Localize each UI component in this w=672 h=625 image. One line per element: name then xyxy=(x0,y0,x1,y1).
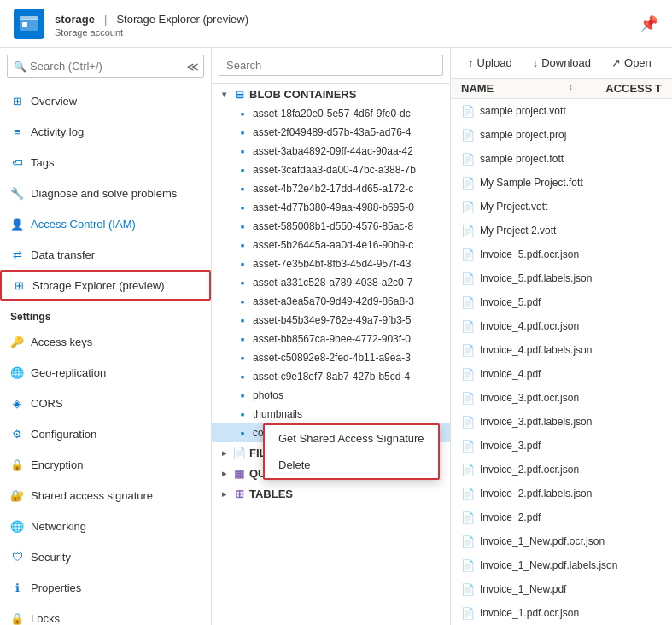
file-item-21[interactable]: 📄 Invoice_1.pdf.ocr.json xyxy=(451,601,672,625)
file-item-2[interactable]: 📄 sample project.fott xyxy=(451,147,672,171)
tree-item-blob-13[interactable]: ▪ asset-c50892e8-2fed-4b11-a9ea-3 xyxy=(212,348,450,367)
sidebar-item-security[interactable]: 🛡 Security xyxy=(0,541,211,572)
file-icon-7: 📄 xyxy=(461,272,475,285)
file-item-13[interactable]: 📄 Invoice_3.pdf.labels.json xyxy=(451,410,672,434)
key-icon: 🔑 xyxy=(10,335,24,348)
file-icon-2: 📄 xyxy=(461,152,475,166)
file-icon-20: 📄 xyxy=(461,582,475,596)
file-item-5[interactable]: 📄 My Project 2.vott xyxy=(451,219,672,242)
sidebar-item-diagnose[interactable]: 🔧 Diagnose and solve problems xyxy=(0,178,211,208)
search-icon: 🔍 xyxy=(14,61,26,73)
tree-search-wrapper xyxy=(212,48,450,84)
file-item-17[interactable]: 📄 Invoice_2.pdf xyxy=(451,505,672,529)
svg-rect-2 xyxy=(22,22,27,27)
tree-item-blob-5[interactable]: ▪ asset-4d77b380-49aa-4988-b695-0 xyxy=(212,198,450,217)
file-icon-16: 📄 xyxy=(461,487,475,500)
tree-section-tables[interactable]: ▸ ⊞ TABLES xyxy=(212,483,450,504)
file-item-6[interactable]: 📄 Invoice_5.pdf.ocr.json xyxy=(451,242,672,266)
container-item-wrapper: ▪ container Get Shared Access Signature … xyxy=(212,423,450,442)
tree-item-blob-1[interactable]: ▪ asset-2f049489-d57b-43a5-ad76-4 xyxy=(212,123,450,142)
sidebar-search-wrapper: 🔍 ≪ xyxy=(0,48,211,85)
collapse-icon[interactable]: ≪ xyxy=(186,60,199,73)
sidebar-item-encryption[interactable]: 🔒 Encryption xyxy=(0,449,211,480)
header: storage | Storage Explorer (preview) Sto… xyxy=(0,0,672,48)
container-icon-9: ▪ xyxy=(236,276,249,289)
content-area: ▾ ⊟ BLOB CONTAINERS ▪ asset-18fa20e0-5e5… xyxy=(212,48,672,625)
file-item-11[interactable]: 📄 Invoice_4.pdf xyxy=(451,362,672,386)
file-icon-13: 📄 xyxy=(461,415,475,429)
tree-item-blob-10[interactable]: ▪ asset-a3ea5a70-9d49-42d9-86a8-3 xyxy=(212,292,450,311)
sidebar-item-shared-access[interactable]: 🔐 Shared access signature xyxy=(0,480,211,511)
sidebar-item-properties[interactable]: ℹ Properties xyxy=(0,572,211,603)
file-item-0[interactable]: 📄 sample project.vott xyxy=(451,99,672,123)
tree-item-blob-6[interactable]: ▪ asset-585008b1-d550-4576-85ac-8 xyxy=(212,217,450,236)
sidebar-item-networking[interactable]: 🌐 Networking xyxy=(0,511,211,541)
sidebar-item-geo-replication[interactable]: 🌐 Geo-replication xyxy=(0,357,211,388)
column-name-header: NAME xyxy=(461,82,569,95)
wrench-icon: 🔧 xyxy=(10,186,24,200)
tree-item-blob-4[interactable]: ▪ asset-4b72e4b2-17dd-4d65-a172-c xyxy=(212,179,450,198)
file-icon-17: 📄 xyxy=(461,511,475,524)
pin-icon[interactable]: 📌 xyxy=(640,15,658,33)
container-icon-8: ▪ xyxy=(236,257,249,271)
tree-item-blob-7[interactable]: ▪ asset-5b26445a-aa0d-4e16-90b9-c xyxy=(212,236,450,254)
sidebar-item-cors[interactable]: ◈ CORS xyxy=(0,388,211,418)
sidebar-item-overview[interactable]: ⊞ Overview xyxy=(0,85,211,116)
sidebar-item-access-keys[interactable]: 🔑 Access keys xyxy=(0,326,211,357)
file-item-14[interactable]: 📄 Invoice_3.pdf xyxy=(451,434,672,458)
file-item-3[interactable]: 📄 My Sample Project.fott xyxy=(451,171,672,195)
tree-item-blob-11[interactable]: ▪ asset-b45b34e9-762e-49a7-9fb3-5 xyxy=(212,311,450,330)
tree-item-blob-12[interactable]: ▪ asset-bb8567ca-9bee-4772-903f-0 xyxy=(212,330,450,348)
sidebar-item-tags[interactable]: 🏷 Tags xyxy=(0,147,211,178)
file-item-4[interactable]: 📄 My Project.vott xyxy=(451,195,672,219)
tables-expand-icon: ▸ xyxy=(219,489,229,499)
tree-item-blob-8[interactable]: ▪ asset-7e35b4bf-8fb3-45d4-957f-43 xyxy=(212,254,450,273)
tree-item-photos[interactable]: ▪ photos xyxy=(212,386,450,405)
context-menu-delete[interactable]: Delete xyxy=(265,452,438,478)
tree-search-input[interactable] xyxy=(219,55,443,76)
download-button[interactable]: ↓ Download xyxy=(526,53,598,73)
open-button[interactable]: ↗ Open xyxy=(605,53,658,73)
tree-item-blob-0[interactable]: ▪ asset-18fa20e0-5e57-4d6f-9fe0-dc xyxy=(212,104,450,123)
sidebar-item-configuration[interactable]: ⚙ Configuration xyxy=(0,418,211,449)
tree-item-blob-9[interactable]: ▪ asset-a331c528-a789-4038-a2c0-7 xyxy=(212,273,450,292)
tree-item-thumbnails[interactable]: ▪ thumbnails xyxy=(212,405,450,423)
app-icon xyxy=(14,9,44,39)
file-item-7[interactable]: 📄 Invoice_5.pdf.labels.json xyxy=(451,266,672,290)
file-item-15[interactable]: 📄 Invoice_2.pdf.ocr.json xyxy=(451,458,672,482)
file-icon-3: 📄 xyxy=(461,176,475,190)
container-icon-10: ▪ xyxy=(236,295,249,308)
sidebar-item-activity-log[interactable]: ≡ Activity log xyxy=(0,116,211,147)
sidebar-item-locks[interactable]: 🔒 Locks xyxy=(0,603,211,625)
container-icon-2: ▪ xyxy=(236,144,249,158)
tree-body: ▾ ⊟ BLOB CONTAINERS ▪ asset-18fa20e0-5e5… xyxy=(212,84,450,625)
file-item-19[interactable]: 📄 Invoice_1_New.pdf.labels.json xyxy=(451,553,672,577)
file-item-20[interactable]: 📄 Invoice_1_New.pdf xyxy=(451,577,672,601)
sidebar-nav: ⊞ Overview ≡ Activity log 🏷 Tags 🔧 Diagn… xyxy=(0,85,211,625)
file-item-10[interactable]: 📄 Invoice_4.pdf.labels.json xyxy=(451,338,672,362)
file-icon-5: 📄 xyxy=(461,224,475,237)
sidebar-search-input[interactable] xyxy=(7,55,204,78)
tree-item-blob-14[interactable]: ▪ asset-c9e18ef7-8ab7-427b-b5cd-4 xyxy=(212,367,450,386)
sidebar-item-iam[interactable]: 👤 Access Control (IAM) xyxy=(0,208,211,239)
tree-section-blob[interactable]: ▾ ⊟ BLOB CONTAINERS xyxy=(212,84,450,104)
container-icon-11: ▪ xyxy=(236,313,249,327)
file-item-1[interactable]: 📄 sample project.proj xyxy=(451,123,672,147)
container-icon-4: ▪ xyxy=(236,182,249,196)
resource-name: storage xyxy=(55,13,95,26)
tree-item-blob-3[interactable]: ▪ asset-3cafdaa3-da00-47bc-a388-7b xyxy=(212,161,450,179)
file-item-8[interactable]: 📄 Invoice_5.pdf xyxy=(451,290,672,314)
explorer-icon: ⊞ xyxy=(12,278,26,292)
context-menu-get-sas[interactable]: Get Shared Access Signature xyxy=(265,425,438,452)
sidebar-item-data-transfer[interactable]: ⇄ Data transfer xyxy=(0,239,211,270)
file-item-12[interactable]: 📄 Invoice_3.pdf.ocr.json xyxy=(451,386,672,410)
container-icon-7: ▪ xyxy=(236,238,249,252)
file-item-16[interactable]: 📄 Invoice_2.pdf.labels.json xyxy=(451,482,672,505)
upload-button[interactable]: ↑ Upload xyxy=(461,53,519,73)
file-item-9[interactable]: 📄 Invoice_4.pdf.ocr.json xyxy=(451,314,672,338)
key2-icon: 🔐 xyxy=(10,488,24,502)
file-item-18[interactable]: 📄 Invoice_1_New.pdf.ocr.json xyxy=(451,529,672,553)
sidebar-item-storage-explorer[interactable]: ⊞ Storage Explorer (preview) xyxy=(0,270,211,301)
blob-expand-icon: ▾ xyxy=(219,90,229,99)
tree-item-blob-2[interactable]: ▪ asset-3aba4892-09ff-44ac-90aa-42 xyxy=(212,142,450,161)
